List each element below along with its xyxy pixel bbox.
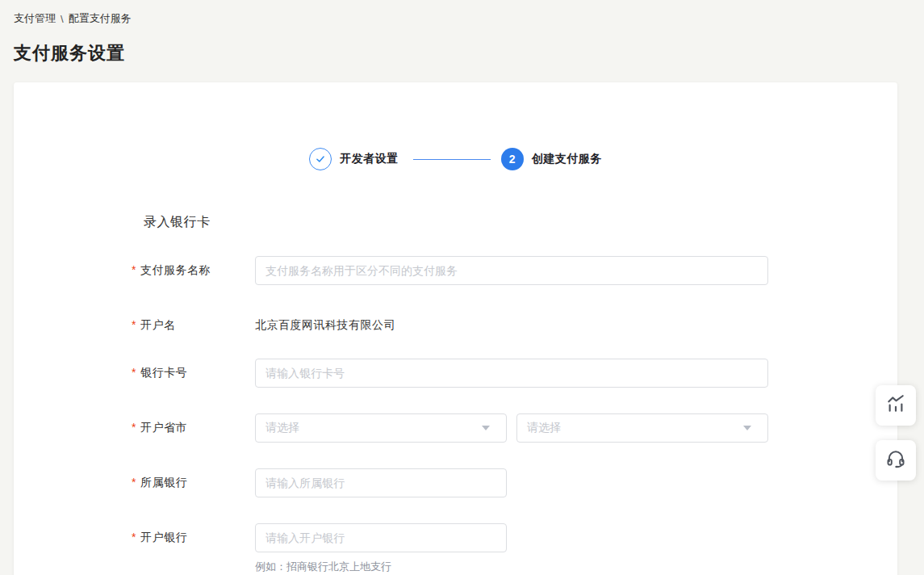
breadcrumb-item-configure-payment-service: 配置支付服务 xyxy=(69,11,132,26)
step-developer-settings[interactable]: 开发者设置 xyxy=(309,148,399,170)
required-asterisk: * xyxy=(132,421,136,434)
form-row-bank: *所属银行 xyxy=(132,468,897,497)
province-select[interactable]: 请选择 xyxy=(255,413,507,443)
field-label-opening-bank: *开户银行 xyxy=(132,523,255,574)
form-row-account-name: *开户名 北京百度网讯科技有限公司 xyxy=(132,311,897,333)
service-name-input[interactable] xyxy=(255,256,768,285)
required-asterisk: * xyxy=(132,476,136,489)
chevron-down-icon xyxy=(482,426,490,430)
section-title-enter-bank-card: 录入银行卡 xyxy=(144,214,897,231)
field-label-bank: *所属银行 xyxy=(132,468,255,497)
step-label-create-payment-service: 创建支付服务 xyxy=(532,152,602,166)
field-label-service-name: *支付服务名称 xyxy=(132,256,255,285)
account-name-value: 北京百度网讯科技有限公司 xyxy=(255,311,897,333)
form-row-card-number: *银行卡号 xyxy=(132,359,897,388)
stepper-connector-line xyxy=(413,159,491,160)
opening-bank-input[interactable] xyxy=(255,523,507,552)
stepper: 开发者设置 2 创建支付服务 xyxy=(14,82,897,170)
field-label-province-city: *开户省市 xyxy=(132,413,255,443)
step-label-developer-settings: 开发者设置 xyxy=(340,152,399,166)
required-asterisk: * xyxy=(132,531,136,544)
chevron-down-icon xyxy=(743,426,751,430)
bank-card-form: 录入银行卡 *支付服务名称 *开户名 北京百度网讯科技有限公司 *银行卡号 xyxy=(14,214,897,574)
field-label-account-name: *开户名 xyxy=(132,311,255,333)
required-asterisk: * xyxy=(132,318,136,331)
card-number-input[interactable] xyxy=(255,359,768,388)
form-row-opening-bank: *开户银行 例如：招商银行北京上地支行 xyxy=(132,523,897,574)
step-create-payment-service: 2 创建支付服务 xyxy=(501,148,602,170)
customer-service-float-button[interactable] xyxy=(876,440,916,481)
headset-icon xyxy=(885,448,906,472)
city-select[interactable]: 请选择 xyxy=(516,413,768,443)
step-completed-check-icon xyxy=(309,148,332,170)
breadcrumb: 支付管理 \ 配置支付服务 xyxy=(0,0,924,26)
step-number-badge: 2 xyxy=(501,148,524,170)
breadcrumb-separator: \ xyxy=(61,13,64,25)
required-asterisk: * xyxy=(132,263,136,276)
stats-float-button[interactable] xyxy=(876,385,916,426)
form-row-service-name: *支付服务名称 xyxy=(132,256,897,285)
form-row-province-city: *开户省市 请选择 请选择 xyxy=(132,413,897,443)
field-label-card-number: *银行卡号 xyxy=(132,359,255,388)
required-asterisk: * xyxy=(132,366,136,379)
stats-chart-icon xyxy=(885,393,906,418)
bank-input[interactable] xyxy=(255,468,507,497)
page-title: 支付服务设置 xyxy=(14,41,924,65)
opening-bank-hint: 例如：招商银行北京上地支行 xyxy=(255,560,897,574)
breadcrumb-item-payment-management[interactable]: 支付管理 xyxy=(14,11,56,26)
payment-service-card: 开发者设置 2 创建支付服务 录入银行卡 *支付服务名称 *开户名 北京百度网讯… xyxy=(14,82,897,575)
